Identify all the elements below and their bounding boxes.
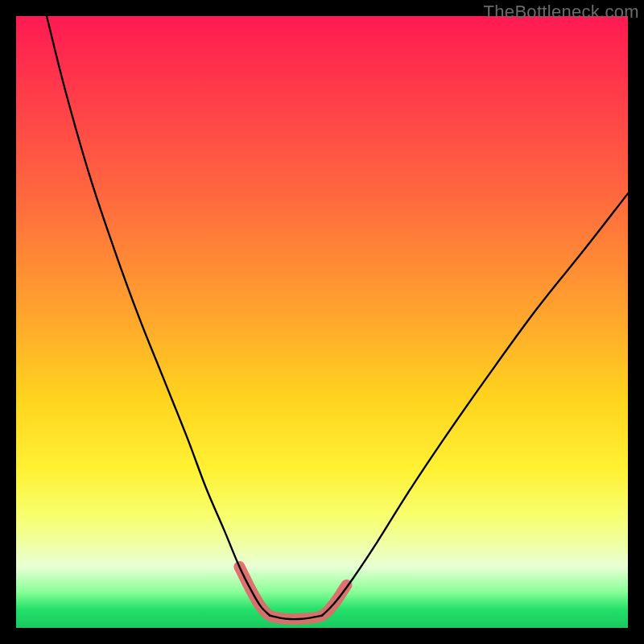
chart-frame (16, 16, 628, 628)
chart-plot (16, 16, 628, 628)
watermark-text: TheBottleneck.com (484, 2, 639, 23)
curve-left-branch (47, 16, 270, 616)
optimal-zone-highlight (239, 567, 346, 619)
curve-right-branch (322, 193, 628, 615)
